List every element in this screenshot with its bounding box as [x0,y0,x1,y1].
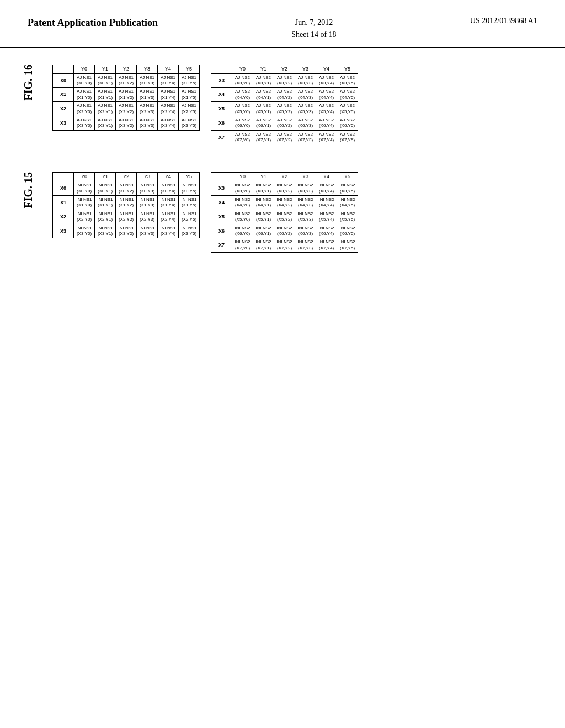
fig15-t2-col-y1: Y1 [253,173,274,181]
fig16-t2-col-y4: Y4 [316,65,337,73]
table-row: X3INI NS2 (X3,Y0)INI NS2 (X3,Y1)INI NS2 … [211,181,358,196]
table-cell: INI NS2 (X3,Y3) [295,181,316,196]
table-cell: AJ NS1 (X2,Y4) [158,102,179,116]
fig16-section: FIG. 16 Y0 Y1 Y2 Y3 Y4 Y5 X0AJ NS1 (X0, [22,65,543,145]
fig15-t1-col-y5: Y5 [179,173,200,181]
table-cell: INI NS1 (X1,Y4) [158,196,179,210]
table-cell: INI NS2 (X3,Y0) [232,181,253,196]
fig16-t2-col-y3: Y3 [295,65,316,73]
table-cell: INI NS2 (X7,Y4) [316,238,337,253]
table-cell: AJ NS1 (X2,Y1) [95,102,116,116]
table-cell: AJ NS2 (X4,Y2) [274,88,295,102]
table-cell: INI NS2 (X3,Y2) [274,181,295,196]
table-cell: AJ NS1 (X0,Y0) [74,73,95,88]
table-cell: AJ NS2 (X7,Y2) [274,130,295,144]
table-cell: AJ NS1 (X3,Y5) [179,116,200,130]
table-cell: INI NS1 (X2,Y1) [95,210,116,224]
table-cell: INI NS2 (X7,Y3) [295,238,316,253]
fig15-t1-col-y1: Y1 [95,173,116,181]
table-cell: AJ NS2 (X5,Y3) [295,102,316,116]
table-cell: INI NS1 (X1,Y1) [95,196,116,210]
fig15-t2-col-y0: Y0 [232,173,253,181]
table-cell: INI NS2 (X5,Y0) [232,210,253,224]
table-row: X0INI NS1 (X0,Y0)INI NS1 (X0,Y1)INI NS1 … [53,181,200,196]
table-cell: INI NS1 (X2,Y0) [74,210,95,224]
table-cell: INI NS2 (X4,Y2) [274,196,295,210]
table-cell: AJ NS2 (X6,Y1) [253,116,274,130]
table-cell: INI NS2 (X6,Y0) [232,224,253,238]
fig16-tables: Y0 Y1 Y2 Y3 Y4 Y5 X0AJ NS1 (X0,Y0)AJ NS1… [52,65,358,145]
table-cell: AJ NS1 (X3,Y1) [95,116,116,130]
fig15-t1-col-y3: Y3 [137,173,158,181]
table-row: X4INI NS2 (X4,Y0)INI NS2 (X4,Y1)INI NS2 … [211,196,358,210]
table-cell: AJ NS1 (X1,Y1) [95,88,116,102]
fig15-t1-corner [53,173,74,181]
table-cell: AJ NS2 (X5,Y5) [337,102,358,116]
table-cell: INI NS2 (X7,Y5) [337,238,358,253]
fig15-t2-col-y2: Y2 [274,173,295,181]
table-cell: AJ NS2 (X7,Y3) [295,130,316,144]
table-cell: INI NS1 (X2,Y3) [137,210,158,224]
fig16-t1-col-y2: Y2 [116,65,137,73]
table-cell: AJ NS2 (X6,Y2) [274,116,295,130]
table-cell: INI NS1 (X2,Y4) [158,210,179,224]
table-row: X3AJ NS1 (X3,Y0)AJ NS1 (X3,Y1)AJ NS1 (X3… [53,116,200,130]
table-cell: INI NS2 (X6,Y3) [295,224,316,238]
table-cell: INI NS2 (X6,Y1) [253,224,274,238]
fig16-t1-col-y1: Y1 [95,65,116,73]
row-header: X2 [53,210,74,224]
table-cell: INI NS1 (X3,Y1) [95,224,116,238]
row-header: X3 [53,116,74,130]
table-cell: INI NS1 (X0,Y1) [95,181,116,196]
fig15-t1-col-y4: Y4 [158,173,179,181]
table-cell: AJ NS1 (X2,Y3) [137,102,158,116]
table-cell: AJ NS2 (X6,Y5) [337,116,358,130]
table-cell: INI NS1 (X3,Y2) [116,224,137,238]
table-row: X5AJ NS2 (X5,Y0)AJ NS2 (X5,Y1)AJ NS2 (X5… [211,102,358,116]
row-header: X0 [53,73,74,88]
table-cell: INI NS1 (X0,Y2) [116,181,137,196]
table-cell: AJ NS2 (X5,Y0) [232,102,253,116]
table-row: X7AJ NS2 (X7,Y0)AJ NS2 (X7,Y1)AJ NS2 (X7… [211,130,358,144]
table-cell: INI NS2 (X3,Y4) [316,181,337,196]
table-cell: AJ NS1 (X1,Y4) [158,88,179,102]
fig15-t2-corner [211,173,232,181]
table-cell: AJ NS1 (X1,Y2) [116,88,137,102]
table-cell: AJ NS2 (X7,Y1) [253,130,274,144]
row-header: X4 [211,88,232,102]
table-cell: INI NS2 (X7,Y1) [253,238,274,253]
table-cell: INI NS2 (X4,Y5) [337,196,358,210]
table-cell: AJ NS1 (X3,Y3) [137,116,158,130]
table-cell: AJ NS1 (X1,Y0) [74,88,95,102]
table-cell: INI NS2 (X6,Y2) [274,224,295,238]
table-cell: AJ NS1 (X1,Y3) [137,88,158,102]
row-header: X3 [211,73,232,88]
table-row: X2AJ NS1 (X2,Y0)AJ NS1 (X2,Y1)AJ NS1 (X2… [53,102,200,116]
table-cell: INI NS1 (X0,Y5) [179,181,200,196]
sheet-info: Sheet 14 of 18 [291,29,336,41]
table-cell: AJ NS1 (X2,Y5) [179,102,200,116]
table-row: X7INI NS2 (X7,Y0)INI NS2 (X7,Y1)INI NS2 … [211,238,358,253]
table-cell: AJ NS1 (X2,Y2) [116,102,137,116]
fig16-table2: Y0 Y1 Y2 Y3 Y4 Y5 X3AJ NS2 (X3,Y0)AJ NS2… [211,65,358,145]
table-cell: AJ NS2 (X4,Y0) [232,88,253,102]
table-cell: INI NS2 (X6,Y5) [337,224,358,238]
table-cell: INI NS1 (X2,Y5) [179,210,200,224]
table-cell: AJ NS2 (X3,Y2) [274,73,295,88]
fig16-t2-corner [211,65,232,73]
fig16-t2-col-y0: Y0 [232,65,253,73]
row-header: X7 [211,238,232,253]
table-cell: AJ NS2 (X4,Y1) [253,88,274,102]
table-row: X1AJ NS1 (X1,Y0)AJ NS1 (X1,Y1)AJ NS1 (X1… [53,88,200,102]
table-cell: INI NS2 (X4,Y3) [295,196,316,210]
fig15-t1-col-y0: Y0 [74,173,95,181]
table-cell: INI NS2 (X5,Y1) [253,210,274,224]
table-row: X0AJ NS1 (X0,Y0)AJ NS1 (X0,Y1)AJ NS1 (X0… [53,73,200,88]
table-cell: AJ NS1 (X0,Y1) [95,73,116,88]
table-cell: INI NS2 (X4,Y0) [232,196,253,210]
table-cell: AJ NS1 (X3,Y2) [116,116,137,130]
row-header: X1 [53,196,74,210]
row-header: X3 [53,224,74,238]
page-header: Patent Application Publication Jun. 7, 2… [0,0,565,48]
table-cell: INI NS1 (X1,Y5) [179,196,200,210]
